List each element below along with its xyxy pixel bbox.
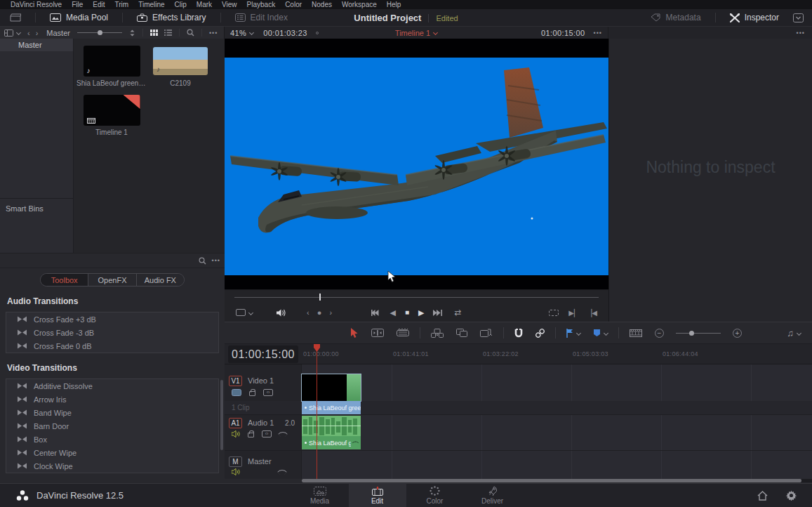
timeline-video-clip[interactable]: Shia LaBeouf gree... [302, 374, 361, 414]
menu-mark[interactable]: Mark [192, 1, 217, 8]
thumbnail-size-slider[interactable] [77, 32, 122, 33]
media-clip-audio[interactable]: ♪ Shia LaBeouf green s... [76, 46, 147, 87]
sort-order-icon[interactable] [129, 29, 135, 37]
viewer-zoom-select[interactable]: 41% [230, 29, 253, 37]
inspector-toggle[interactable]: Inspector [723, 9, 786, 26]
track-lock-icon[interactable] [248, 433, 254, 437]
transition-item[interactable]: Center Wipe [6, 446, 218, 459]
replace-clip-button[interactable] [474, 329, 499, 338]
timeline-zoom-slider[interactable] [676, 333, 721, 334]
page-color[interactable]: Color [406, 484, 464, 507]
loop-playback-icon[interactable]: ⇄ [454, 308, 461, 317]
effects-scrollbar[interactable] [220, 380, 223, 450]
tab-audiofx[interactable]: Audio FX [137, 274, 184, 286]
viewer-scrubber[interactable] [225, 289, 608, 303]
page-media[interactable]: Media [291, 484, 349, 507]
menu-trim[interactable]: Trim [110, 1, 134, 8]
track-header-a1[interactable]: A1 Audio 1 2.0 [225, 416, 302, 430]
menu-playback[interactable]: Playback [242, 1, 281, 8]
transition-item[interactable]: Cross Fade 0 dB [6, 339, 218, 353]
timeline-audio-clip[interactable]: Shia LaBeouf g... [302, 416, 361, 449]
smart-bins-section[interactable]: Smart Bins [0, 198, 73, 213]
menu-view[interactable]: View [217, 1, 242, 8]
transition-item[interactable]: Cross Fade -3 dB [6, 326, 218, 339]
back-arrow-icon[interactable]: ‹ [27, 29, 30, 37]
go-to-start-icon[interactable] [371, 310, 380, 316]
bin-tree-master[interactable]: Master [0, 39, 73, 51]
media-clip-timeline[interactable]: Timeline 1 [76, 95, 147, 136]
timeline-zoom-in-button[interactable]: + [726, 329, 748, 338]
transition-item[interactable]: Arrow Iris [6, 393, 218, 406]
list-view-icon[interactable] [164, 29, 172, 36]
razor-edit-mode-button[interactable] [390, 329, 415, 337]
window-layout-button[interactable] [786, 9, 812, 26]
menu-workspace[interactable]: Workspace [337, 1, 382, 8]
trim-edit-mode-button[interactable] [365, 329, 390, 337]
menu-file[interactable]: File [67, 1, 88, 8]
transition-item[interactable]: Band Wipe [6, 406, 218, 419]
overwrite-clip-button[interactable] [450, 329, 474, 337]
link-clips-button[interactable] [529, 329, 551, 338]
timeline-track-area[interactable] [302, 364, 812, 479]
transition-item[interactable]: Barn Door [6, 419, 218, 433]
fade-handle-icon[interactable] [352, 440, 359, 447]
auto-select-icon[interactable]: ‹› [263, 389, 273, 396]
insert-clip-button[interactable] [425, 329, 450, 338]
scrubber-playhead[interactable] [319, 294, 321, 301]
project-manager-button[interactable] [0, 9, 28, 26]
track-lock-icon[interactable] [249, 391, 255, 396]
automation-curve-icon[interactable] [278, 428, 288, 438]
go-to-end-icon[interactable] [433, 310, 442, 316]
menu-app[interactable]: DaVinci Resolve [6, 1, 67, 8]
transition-item[interactable]: Cross Fade +3 dB [6, 312, 218, 326]
project-manager-home-icon[interactable] [757, 490, 768, 501]
page-deliver[interactable]: Deliver [464, 484, 521, 507]
video-frame[interactable] [225, 58, 608, 275]
grid-view-icon[interactable] [150, 29, 158, 36]
snapping-toggle-button[interactable] [508, 329, 529, 338]
speaker-icon[interactable] [232, 468, 240, 475]
tab-toolbox[interactable]: Toolbox [41, 274, 88, 286]
transition-item[interactable]: Clock Wipe [6, 459, 218, 473]
timeline-zoom-out-button[interactable]: − [648, 329, 670, 338]
media-pool-toggle[interactable]: Media Pool [43, 9, 115, 26]
transition-item[interactable]: Additive Dissolve [6, 379, 218, 393]
inspector-options-icon[interactable]: ••• [797, 29, 805, 37]
add-marker-button[interactable] [587, 329, 614, 337]
transition-item[interactable]: Box [6, 433, 218, 446]
timeline-view-options-button[interactable] [623, 329, 648, 337]
play-reverse-icon[interactable]: ◀ [390, 309, 395, 317]
playhead-marker[interactable] [312, 344, 321, 352]
selection-mode-button[interactable] [344, 328, 365, 338]
menu-color[interactable]: Color [280, 1, 307, 8]
timeline-horizontal-scrollbar[interactable] [302, 479, 812, 482]
playhead-line[interactable] [317, 350, 317, 479]
track-header-master[interactable]: M Master [225, 455, 302, 468]
track-header-v1[interactable]: V1 Video 1 [225, 374, 302, 388]
menu-timeline[interactable]: Timeline [133, 1, 169, 8]
play-icon[interactable]: ▶ [418, 309, 424, 317]
search-icon[interactable] [187, 29, 194, 37]
stop-icon[interactable]: ■ [405, 309, 409, 316]
flag-clip-button[interactable] [560, 329, 587, 338]
media-pool-options-icon[interactable]: ••• [209, 29, 218, 37]
thumbnail-view-dropdown-icon[interactable] [4, 29, 20, 37]
metadata-toggle[interactable]: Metadata [644, 9, 708, 26]
edit-index-toggle[interactable]: Edit Index [228, 9, 295, 26]
auto-select-icon[interactable]: ‹› [262, 430, 272, 437]
track-enable-icon[interactable] [232, 389, 241, 396]
menu-edit[interactable]: Edit [88, 1, 109, 8]
tab-openfx[interactable]: OpenFX [88, 274, 136, 286]
page-edit[interactable]: Edit [349, 484, 406, 507]
search-icon[interactable] [199, 257, 206, 265]
project-settings-gear-icon[interactable] [786, 490, 797, 501]
automation-curve-icon[interactable] [277, 467, 287, 477]
media-clip-video[interactable]: ♪ C2109 [145, 46, 215, 87]
menu-help[interactable]: Help [382, 1, 406, 8]
effects-options-icon[interactable]: ••• [212, 257, 220, 264]
forward-arrow-icon[interactable]: › [36, 29, 39, 37]
viewer-options-icon[interactable]: ••• [594, 29, 602, 37]
audio-monitoring-dropdown[interactable]: ♫ [780, 328, 812, 338]
effects-library-toggle[interactable]: Effects Library [130, 9, 213, 26]
speaker-icon[interactable] [232, 430, 240, 437]
